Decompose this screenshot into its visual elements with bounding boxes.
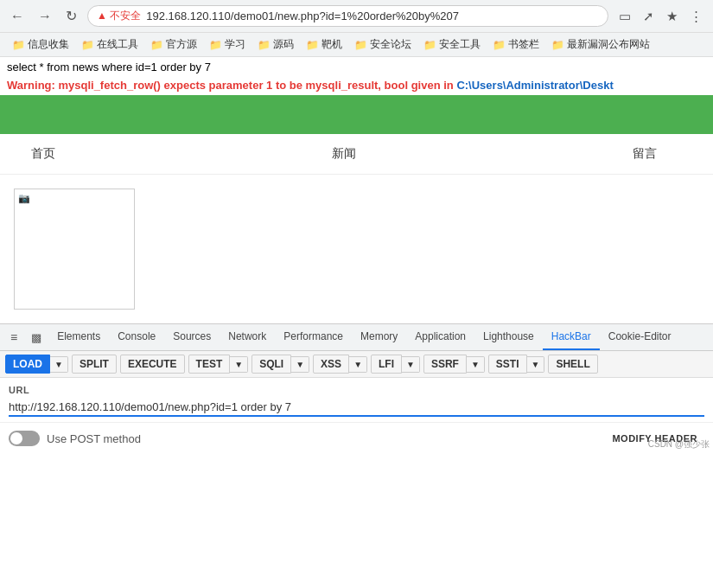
hackbar-url-section: URL (0, 378, 713, 422)
bookmark-anquangongju[interactable]: 📁 安全工具 (418, 35, 486, 54)
folder-icon: 📁 (306, 39, 319, 51)
ssrf-dropdown-arrow[interactable]: ▼ (467, 356, 485, 373)
test-button[interactable]: TEST (188, 355, 231, 374)
tab-hackbar[interactable]: HackBar (543, 324, 600, 350)
sqli-dropdown-arrow[interactable]: ▼ (291, 356, 309, 373)
bookmark-yuanma[interactable]: 📁 源码 (252, 35, 299, 54)
toolbar-icons: ▭ ➚ ★ ⋮ (615, 7, 706, 26)
bookmark-anquanluntan[interactable]: 📁 安全论坛 (349, 35, 417, 54)
bookmark-baji[interactable]: 📁 靶机 (301, 35, 347, 54)
xss-dropdown-arrow[interactable]: ▼ (349, 356, 367, 373)
xss-button[interactable]: XSS (313, 355, 349, 374)
sqli-button[interactable]: SQLI (251, 355, 291, 374)
lfi-dropdown: LFI ▼ (371, 355, 420, 374)
hackbar-bottom: Use POST method MODIFY HEADER (0, 422, 713, 454)
bookmark-label: 书签栏 (508, 37, 539, 52)
broken-image: 📷 (14, 189, 135, 310)
url-text: 192.168.120.110/demo01/new.php?id=1%20or… (146, 10, 599, 22)
folder-icon: 📁 (12, 39, 25, 51)
bookmark-guanfang[interactable]: 📁 官方源 (145, 35, 202, 54)
nav-news[interactable]: 新闻 (315, 141, 373, 167)
tab-cookie-editor[interactable]: Cookie-Editor (600, 324, 680, 350)
lock-icon: ▲ 不安全 (97, 9, 141, 23)
menu-button[interactable]: ⋮ (686, 7, 706, 26)
url-input[interactable] (9, 399, 704, 417)
post-toggle[interactable] (9, 431, 40, 446)
shell-button[interactable]: SHELL (548, 355, 597, 374)
ssti-dropdown-arrow[interactable]: ▼ (527, 356, 545, 373)
bookmark-label: 安全工具 (439, 37, 481, 52)
ssrf-dropdown: SSRF ▼ (423, 355, 485, 374)
tab-elements[interactable]: Elements (48, 324, 109, 350)
tab-network[interactable]: Network (220, 324, 275, 350)
bookmark-label: 安全论坛 (370, 37, 411, 52)
sql-query-line: select * from news where id=1 order by 7 (0, 57, 713, 77)
warning-label: Warning (7, 79, 52, 92)
toggle-knob (10, 432, 22, 444)
address-bar[interactable]: ▲ 不安全 192.168.120.110/demo01/new.php?id=… (87, 5, 608, 27)
reload-button[interactable]: ↻ (62, 6, 80, 26)
bookmark-label: 学习 (225, 37, 245, 52)
bookmark-shuqianlan[interactable]: 📁 书签栏 (487, 35, 544, 54)
tab-lighthouse[interactable]: Lighthouse (474, 324, 543, 350)
xss-dropdown: XSS ▼ (313, 355, 367, 374)
tab-application[interactable]: Application (406, 324, 474, 350)
page-content: select * from news where id=1 order by 7… (0, 57, 713, 310)
ssti-button[interactable]: SSTI (488, 355, 527, 374)
tab-console[interactable]: Console (109, 324, 164, 350)
bookmark-button[interactable]: ★ (663, 7, 681, 26)
folder-icon: 📁 (258, 39, 271, 51)
bookmark-label: 源码 (273, 37, 294, 52)
bookmark-label: 靶机 (321, 37, 342, 52)
load-dropdown-arrow[interactable]: ▼ (50, 356, 68, 373)
url-label: URL (9, 385, 704, 395)
green-header-bar (0, 95, 713, 134)
hackbar-toolbar: LOAD ▼ SPLIT EXECUTE TEST ▼ SQLI ▼ XSS ▼… (0, 351, 713, 378)
split-button[interactable]: SPLIT (72, 355, 117, 374)
nav-home[interactable]: 首页 (14, 141, 73, 167)
bookmark-zaixian[interactable]: 📁 在线工具 (76, 35, 143, 54)
forward-button[interactable]: → (35, 7, 55, 26)
lfi-button[interactable]: LFI (371, 355, 402, 374)
share-button[interactable]: ➚ (640, 7, 658, 26)
ssti-dropdown: SSTI ▼ (488, 355, 545, 374)
bookmark-zuixin[interactable]: 📁 最新漏洞公布网站 (546, 35, 655, 54)
lfi-dropdown-arrow[interactable]: ▼ (402, 356, 420, 373)
back-button[interactable]: ← (7, 7, 28, 26)
warning-text: : mysqli_fetch_row() expects parameter 1… (52, 79, 454, 92)
ssrf-button[interactable]: SSRF (423, 355, 467, 374)
nav-message[interactable]: 留言 (615, 141, 674, 167)
tab-sources[interactable]: Sources (164, 324, 220, 350)
bookmark-xuexi[interactable]: 📁 学习 (204, 35, 251, 54)
load-dropdown: LOAD ▼ (5, 355, 68, 374)
folder-icon: 📁 (423, 39, 436, 51)
post-toggle-wrap: Use POST method (9, 431, 141, 446)
bookmark-xinxi[interactable]: 📁 信息收集 (7, 35, 74, 54)
test-dropdown-arrow[interactable]: ▼ (230, 356, 248, 373)
cast-button[interactable]: ▭ (615, 7, 634, 26)
tab-memory[interactable]: Memory (352, 324, 406, 350)
bookmark-label: 在线工具 (97, 37, 138, 52)
image-broken-icon: 📷 (18, 193, 30, 204)
devtools-menu-icon[interactable]: ≡ (3, 325, 24, 349)
devtools-tab-bar: ≡ ▩ Elements Console Sources Network Per… (0, 324, 713, 351)
test-dropdown: TEST ▼ (188, 355, 249, 374)
execute-button[interactable]: EXECUTE (120, 355, 185, 374)
folder-icon: 📁 (81, 39, 94, 51)
warning-path: C:\Users\Administrator\Deskt (456, 79, 613, 92)
devtools-device-icon[interactable]: ▩ (24, 326, 48, 349)
bookmark-label: 官方源 (166, 37, 197, 52)
folder-icon: 📁 (354, 39, 367, 51)
bookmark-label: 最新漏洞公布网站 (567, 37, 650, 52)
sqli-dropdown: SQLI ▼ (251, 355, 309, 374)
tab-performance[interactable]: Performance (275, 324, 352, 350)
folder-icon: 📁 (209, 39, 222, 51)
devtools-panel: ≡ ▩ Elements Console Sources Network Per… (0, 323, 713, 454)
post-label: Use POST method (47, 432, 141, 445)
folder-icon: 📁 (493, 39, 506, 51)
bookmarks-bar: 📁 信息收集 📁 在线工具 📁 官方源 📁 学习 📁 源码 📁 靶机 📁 安全论… (0, 33, 713, 57)
site-nav: 首页 新闻 留言 (0, 134, 713, 175)
load-button[interactable]: LOAD (5, 355, 50, 374)
watermark: CSDN @强少张 (648, 438, 710, 451)
bookmark-label: 信息收集 (28, 37, 69, 52)
